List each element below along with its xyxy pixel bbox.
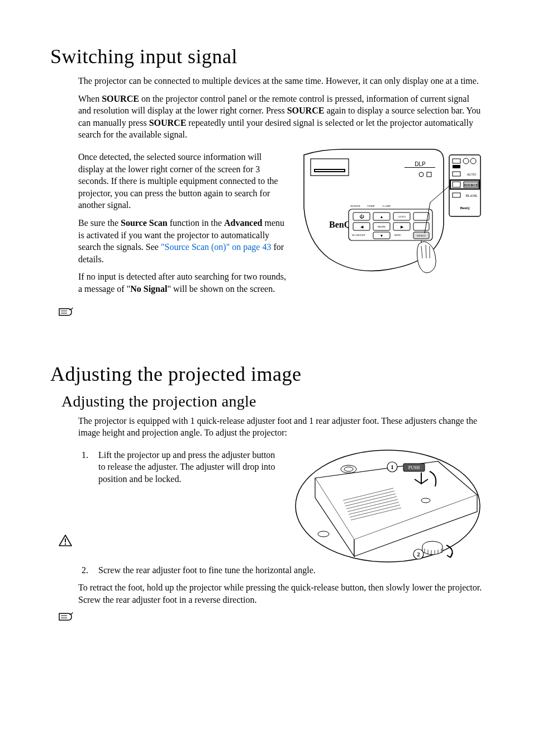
callout-2: 2 <box>417 551 420 557</box>
svg-rect-0 <box>311 159 349 176</box>
note-icon-2 <box>58 611 483 622</box>
section1-left-column: Once detected, the selected source infor… <box>78 147 287 301</box>
brand-label: BenQ <box>329 220 351 229</box>
svg-rect-2 <box>315 170 344 171</box>
power-led-label: POWER <box>350 205 360 207</box>
panel-mode: MODE <box>378 225 386 228</box>
source-scan-keyword: Source Scan <box>121 218 168 228</box>
section2-subtitle: Adjusting the projection angle <box>61 393 483 410</box>
panel-blank-exit: BLANK/EXIT <box>352 234 366 237</box>
svg-point-33 <box>341 465 356 473</box>
section2-body-cont: Screw the rear adjuster foot to fine tun… <box>78 564 483 606</box>
svg-point-4 <box>419 172 423 177</box>
source-keyword: SOURCE <box>102 94 139 103</box>
callout-1: 1 <box>391 464 394 470</box>
svg-rect-14 <box>413 223 429 230</box>
section1-p4: Be sure the Source Scan function in the … <box>78 217 287 265</box>
step-1: Lift the projector up and press the adju… <box>91 449 282 485</box>
panel-auto: AUTO <box>398 215 406 218</box>
section2-title: Adjusting the projected image <box>50 362 483 386</box>
source-scan-link[interactable]: "Source Scan (on)" on page 43 <box>161 242 271 252</box>
temp-led-label: TEMP <box>367 205 375 207</box>
section1-p1: The projector can be connected to multip… <box>78 75 483 87</box>
svg-point-56 <box>65 543 66 544</box>
remote-source-label: SOURCE <box>464 183 478 187</box>
panel-up: ▲ <box>380 215 384 219</box>
svg-rect-22 <box>453 165 460 168</box>
section1-columns: Once detected, the selected source infor… <box>78 147 483 301</box>
panel-source-label: SOURCE <box>417 234 426 237</box>
manual-page: Switching input signal The projector can… <box>0 0 533 689</box>
svg-rect-5 <box>427 172 431 177</box>
note-icon <box>58 306 483 318</box>
section2-p2: To retract the foot, hold up the project… <box>78 582 483 606</box>
text: function in the <box>168 218 224 228</box>
section2-columns: Lift the projector up and press the adju… <box>78 445 483 568</box>
push-label: PUSH <box>408 465 420 470</box>
svg-rect-3 <box>404 167 435 168</box>
power-sym: ⏻ <box>359 214 364 219</box>
projector-control-illustration: DLP BenQ POWER TEMP LAMP <box>298 147 483 286</box>
section2-figure: PUSH 1 <box>293 445 483 568</box>
section2-p1: The projector is equipped with 1 quick-r… <box>78 415 483 439</box>
text: When <box>78 94 102 103</box>
source-keyword: SOURCE <box>287 106 325 115</box>
section1-p5: If no input is detected after auto searc… <box>78 271 287 295</box>
section1-figure: DLP BenQ POWER TEMP LAMP <box>298 147 483 286</box>
advanced-keyword: Advanced <box>224 218 262 228</box>
section1-p2: When SOURCE on the projector control pan… <box>78 93 483 141</box>
panel-down: ▼ <box>380 234 384 238</box>
dlp-label: DLP <box>415 161 426 167</box>
no-signal-keyword: No Signal <box>130 284 167 294</box>
section1-body: The projector can be connected to multip… <box>78 75 483 301</box>
remote-auto-label: AUTO <box>467 173 477 176</box>
svg-line-28 <box>430 185 450 202</box>
text: Be sure the <box>78 218 121 228</box>
text: " will be shown on the screen. <box>167 284 275 294</box>
section1-p3: Once detected, the selected source infor… <box>78 151 287 211</box>
remote-blank-label: BLANK <box>466 194 478 197</box>
section1-title: Switching input signal <box>50 45 483 68</box>
panel-menu-label: MENU <box>394 234 401 237</box>
svg-rect-10 <box>413 212 429 220</box>
lamp-led-label: LAMP <box>383 205 391 207</box>
svg-point-54 <box>318 531 329 537</box>
remote-brand-label: BenQ <box>460 206 470 210</box>
adjuster-foot-illustration: PUSH 1 <box>293 445 483 568</box>
source-keyword: SOURCE <box>149 118 187 127</box>
section2-left-column: Lift the projector up and press the adju… <box>78 445 282 491</box>
adjust-steps-list: Lift the projector up and press the adju… <box>78 449 282 485</box>
